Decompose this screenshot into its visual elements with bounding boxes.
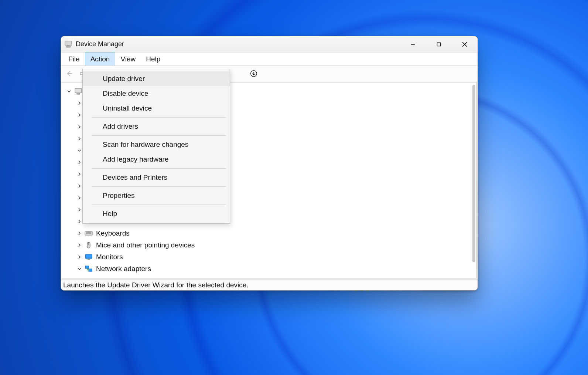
chevron-right-icon[interactable]: [76, 113, 83, 117]
menuitem-disable-device[interactable]: Disable device: [83, 86, 230, 101]
menuitem-label: Properties: [103, 192, 135, 200]
menuitem-update-driver[interactable]: Update driver: [83, 71, 230, 86]
menuitem-scan-hardware[interactable]: Scan for hardware changes: [83, 137, 230, 152]
monitor-icon: [84, 253, 93, 261]
keyboard-icon: [84, 229, 93, 238]
menu-help-label: Help: [146, 55, 160, 63]
chevron-right-icon[interactable]: [76, 161, 83, 164]
arrow-left-icon: [65, 70, 74, 78]
close-button[interactable]: [452, 36, 478, 53]
chevron-right-icon[interactable]: [76, 243, 83, 247]
status-text: Launches the Update Driver Wizard for th…: [63, 281, 249, 289]
svg-rect-9: [75, 88, 82, 93]
menuitem-devices-and-printers[interactable]: Devices and Printers: [83, 170, 230, 185]
chevron-right-icon[interactable]: [76, 232, 83, 235]
menubar: File Action View Help: [61, 53, 478, 66]
menuitem-properties[interactable]: Properties: [83, 188, 230, 203]
svg-rect-18: [85, 266, 89, 268]
chevron-right-icon[interactable]: [76, 172, 83, 176]
tree-item-network-adapters[interactable]: Network adapters: [64, 263, 474, 275]
titlebar[interactable]: Device Manager: [61, 36, 478, 53]
chevron-right-icon[interactable]: [76, 255, 83, 259]
chevron-down-icon[interactable]: [76, 149, 83, 152]
close-icon: [462, 42, 467, 47]
svg-rect-11: [85, 232, 92, 235]
tree-item-monitors[interactable]: Monitors: [64, 251, 474, 263]
menuitem-add-legacy-hardware[interactable]: Add legacy hardware: [83, 152, 230, 167]
menuitem-label: Devices and Printers: [103, 173, 167, 182]
chevron-right-icon[interactable]: [76, 196, 83, 200]
chevron-right-icon[interactable]: [76, 184, 83, 188]
computer-icon: [74, 87, 83, 96]
svg-rect-4: [437, 43, 441, 46]
menuitem-label: Add legacy hardware: [103, 155, 169, 163]
menuitem-label: Add drivers: [103, 122, 138, 131]
minimize-icon: [411, 42, 415, 47]
menu-file[interactable]: File: [63, 53, 85, 65]
status-bar: Launches the Update Driver Wizard for th…: [61, 279, 478, 290]
tree-item-mice[interactable]: Mice and other pointing devices: [64, 239, 474, 251]
svg-rect-16: [85, 254, 92, 259]
svg-rect-0: [65, 41, 72, 45]
chevron-right-icon[interactable]: [76, 125, 83, 129]
minimize-button[interactable]: [400, 36, 426, 53]
menuitem-label: Uninstall device: [103, 104, 152, 112]
back-button[interactable]: [64, 68, 75, 79]
tree-item-label: Network adapters: [96, 265, 151, 273]
menu-action[interactable]: Action: [85, 53, 116, 65]
menuitem-label: Update driver: [103, 75, 145, 83]
svg-rect-17: [88, 259, 90, 260]
vertical-scrollbar[interactable]: [472, 85, 475, 262]
menu-view[interactable]: View: [115, 53, 141, 65]
menu-action-label: Action: [90, 55, 110, 63]
mouse-icon: [84, 241, 93, 250]
chevron-down-icon[interactable]: [66, 89, 72, 93]
svg-rect-19: [89, 269, 92, 271]
svg-rect-2: [66, 46, 71, 47]
maximize-button[interactable]: [426, 36, 452, 53]
app-icon: [64, 40, 73, 49]
menuitem-label: Scan for hardware changes: [103, 141, 188, 149]
action-menu-dropdown: Update driver Disable device Uninstall d…: [82, 69, 230, 224]
menu-separator: [92, 168, 226, 169]
chevron-right-icon[interactable]: [76, 137, 83, 141]
chevron-right-icon[interactable]: [76, 101, 83, 105]
menuitem-label: Help: [103, 210, 117, 218]
menu-separator: [92, 135, 226, 136]
network-icon: [84, 264, 93, 273]
menu-separator: [92, 205, 226, 205]
svg-rect-10: [77, 93, 80, 94]
window-controls: [400, 36, 478, 53]
menuitem-help[interactable]: Help: [83, 206, 230, 221]
maximize-icon: [437, 42, 441, 47]
menu-separator: [92, 117, 226, 118]
tree-item-label: Monitors: [96, 253, 123, 261]
menu-file-label: File: [68, 55, 80, 63]
menu-view-label: View: [120, 55, 136, 63]
menu-help[interactable]: Help: [141, 53, 165, 65]
menuitem-uninstall-device[interactable]: Uninstall device: [83, 101, 230, 116]
menuitem-add-drivers[interactable]: Add drivers: [83, 119, 230, 134]
menu-separator: [92, 186, 226, 187]
window-title: Device Manager: [76, 40, 124, 48]
circled-down-arrow-icon: [250, 70, 258, 78]
tree-item-label: Keyboards: [96, 229, 130, 237]
menuitem-label: Disable device: [103, 89, 148, 98]
chevron-right-icon[interactable]: [76, 220, 83, 223]
tree-item-keyboards[interactable]: Keyboards: [64, 227, 474, 239]
chevron-right-icon[interactable]: [76, 208, 83, 212]
scan-hardware-button[interactable]: [248, 68, 259, 79]
tree-item-label: Mice and other pointing devices: [96, 241, 195, 249]
chevron-down-icon[interactable]: [76, 267, 83, 271]
